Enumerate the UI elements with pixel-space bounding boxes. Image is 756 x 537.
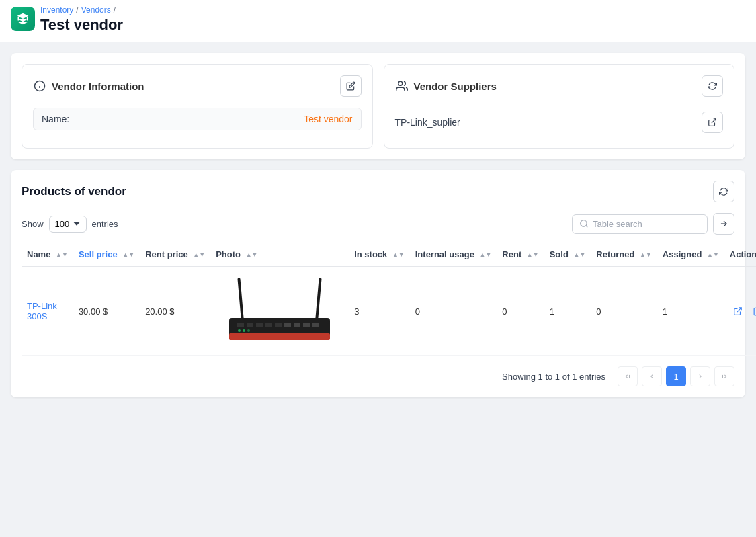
svg-line-4 (712, 119, 716, 123)
col-rent-price[interactable]: Rent price ▲▼ (140, 243, 210, 267)
col-sold[interactable]: Sold ▲▼ (544, 243, 591, 267)
search-group (572, 213, 734, 235)
vendor-suppliers-refresh-button[interactable] (702, 75, 723, 97)
pagination-last-button[interactable] (714, 366, 734, 386)
col-internal-usage[interactable]: Internal usage ▲▼ (410, 243, 497, 267)
info-circle-icon (33, 79, 46, 93)
svg-point-23 (247, 329, 250, 332)
action-edit-button[interactable] (750, 303, 756, 319)
vendor-info-card: Vendor Information Name: Test vendor (22, 64, 373, 149)
breadcrumb-sep2: / (114, 5, 116, 15)
sort-icon-photo: ▲▼ (246, 252, 258, 258)
vendor-suppliers-card: Vendor Suppliers TP-Link_suplier (384, 64, 735, 149)
search-box (572, 214, 708, 234)
svg-rect-14 (256, 323, 263, 327)
cell-in-stock: 3 (349, 267, 410, 356)
products-refresh-button[interactable] (713, 181, 734, 202)
sort-icon-assigned: ▲▼ (707, 252, 719, 258)
entries-label: entries (92, 219, 118, 229)
svg-rect-18 (294, 323, 300, 327)
cell-photo (210, 267, 349, 356)
breadcrumb-vendors[interactable]: Vendors (81, 5, 111, 15)
top-bar: Inventory / Vendors / Test vendor (0, 0, 756, 42)
products-title: Products of vendor (22, 185, 126, 198)
vendor-info-title: Vendor Information (52, 81, 144, 92)
svg-rect-12 (237, 323, 244, 327)
vendor-info-header: Vendor Information (33, 75, 362, 97)
table-search-input[interactable] (593, 219, 700, 229)
svg-rect-8 (238, 278, 245, 321)
cell-rent: 0 (497, 267, 544, 356)
vendor-info-title-group: Vendor Information (33, 79, 144, 93)
svg-rect-15 (265, 323, 272, 327)
svg-rect-9 (315, 278, 322, 321)
svg-line-6 (586, 226, 588, 228)
sort-icon-internal-usage: ▲▼ (480, 252, 492, 258)
entries-select[interactable]: 10 25 50 100 (49, 216, 87, 233)
sort-icon-rent: ▲▼ (527, 252, 539, 258)
cell-returned: 0 (591, 267, 657, 356)
col-name[interactable]: Name ▲▼ (22, 243, 73, 267)
supplier-external-link-button[interactable] (702, 112, 723, 133)
supplier-row: TP-Link_suplier (395, 108, 724, 137)
breadcrumb: Inventory / Vendors / (40, 5, 123, 15)
pagination-page-1-button[interactable]: 1 (666, 366, 686, 386)
sort-icon-sold: ▲▼ (573, 252, 585, 258)
search-icon (579, 219, 589, 229)
col-sell-price[interactable]: Sell price ▲▼ (73, 243, 140, 267)
svg-rect-13 (247, 323, 253, 327)
svg-point-21 (238, 329, 241, 332)
table-header: Name ▲▼ Sell price ▲▼ Rent price ▲▼ Phot… (22, 243, 756, 267)
svg-point-3 (398, 81, 402, 85)
page-title: Test vendor (40, 16, 123, 34)
pagination-prev-button[interactable] (642, 366, 662, 386)
products-section: Products of vendor Show 10 25 50 100 e (11, 170, 745, 397)
sort-icon-returned: ▲▼ (640, 252, 652, 258)
products-header: Products of vendor (22, 181, 734, 202)
svg-rect-11 (229, 333, 330, 340)
col-rent[interactable]: Rent ▲▼ (497, 243, 544, 267)
col-actions[interactable]: Actions ▲▼ (724, 243, 756, 267)
pagination-next-button[interactable] (690, 366, 710, 386)
vendor-suppliers-title: Vendor Suppliers (414, 81, 497, 92)
svg-rect-20 (312, 323, 319, 327)
svg-point-22 (243, 329, 245, 332)
col-in-stock[interactable]: In stock ▲▼ (349, 243, 410, 267)
export-button[interactable] (713, 213, 734, 235)
table-body: TP-Link 300S 30.00 $ 20.00 $ (22, 267, 756, 356)
app-icon (11, 7, 35, 31)
col-photo[interactable]: Photo ▲▼ (210, 243, 349, 267)
cell-rent-price: 20.00 $ (140, 267, 210, 356)
vendor-info-edit-button[interactable] (340, 75, 362, 97)
svg-line-24 (737, 308, 741, 312)
cell-assigned: 1 (657, 267, 724, 356)
cell-internal-usage: 0 (410, 267, 497, 356)
supplier-name: TP-Link_suplier (395, 117, 460, 128)
breadcrumb-sep1: / (76, 5, 78, 15)
sort-icon-in-stock: ▲▼ (392, 252, 405, 258)
col-assigned[interactable]: Assigned ▲▼ (657, 243, 724, 267)
router-svg (216, 274, 343, 348)
cell-sold: 1 (544, 267, 591, 356)
router-image (216, 274, 343, 348)
app-logo-icon (16, 12, 30, 26)
product-name-link[interactable]: TP-Link 300S (27, 301, 57, 321)
action-external-link-button[interactable] (730, 303, 746, 319)
vendor-name-value: Test vendor (304, 114, 352, 124)
svg-rect-17 (284, 323, 291, 327)
col-returned[interactable]: Returned ▲▼ (591, 243, 657, 267)
table-controls: Show 10 25 50 100 entries (22, 213, 734, 235)
cell-sell-price: 30.00 $ (73, 267, 140, 356)
pagination-first-button[interactable] (618, 366, 638, 386)
sort-icon-name: ▲▼ (56, 252, 68, 258)
products-table: Name ▲▼ Sell price ▲▼ Rent price ▲▼ Phot… (22, 243, 756, 356)
pagination-info: Showing 1 to 1 of 1 entries (502, 372, 605, 382)
show-label: Show (22, 219, 44, 229)
breadcrumb-inventory[interactable]: Inventory (40, 5, 73, 15)
cards-row: Vendor Information Name: Test vendor (11, 53, 745, 159)
svg-point-5 (581, 220, 587, 226)
breadcrumb-block: Inventory / Vendors / Test vendor (40, 5, 123, 34)
sort-icon-sell-price: ▲▼ (122, 252, 134, 258)
vendor-name-label: Name: (42, 114, 69, 124)
cell-actions (724, 267, 756, 356)
